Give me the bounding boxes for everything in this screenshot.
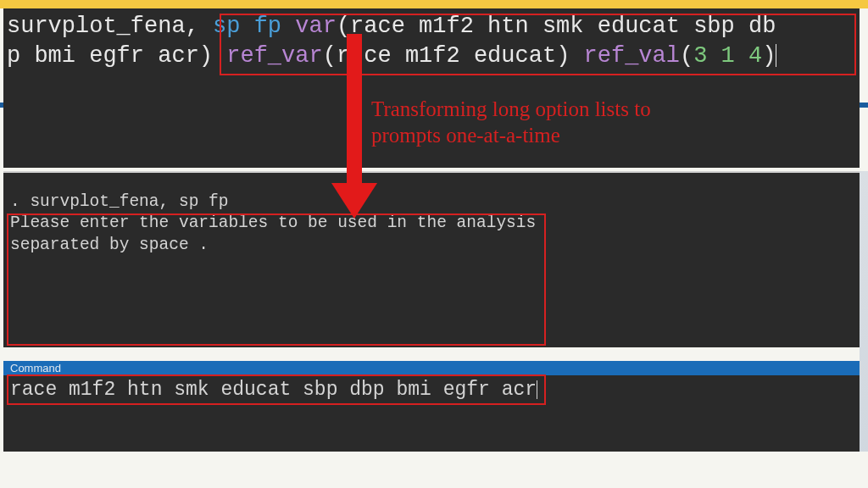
refval-close: ) <box>762 43 776 69</box>
code-panel-top: survplot_fena, sp fp var(race m1f2 htn s… <box>3 8 860 168</box>
input-value: race m1f2 htn smk educat sbp dbp bmi egf… <box>10 379 537 401</box>
annotation-line2: prompts one-at-a-time <box>371 122 651 148</box>
arrow-down-icon <box>331 34 377 219</box>
refvar-keyword: ref_var <box>226 43 322 69</box>
slide-rule-right <box>860 103 868 108</box>
message-line-2: separated by space . <box>3 235 860 256</box>
code-line-2: p bmi egfr acr) ref_var(r ce m1f2 educat… <box>7 42 856 71</box>
option-fp: fp <box>254 14 281 39</box>
message-line-1: Please enter the variables to be used in… <box>3 213 860 234</box>
cursor-icon <box>776 44 776 67</box>
refvar-close: ) <box>556 43 570 69</box>
var-args-line1: race m1f2 htn smk educat sbp db <box>350 14 776 39</box>
code-line-1: survplot_fena, sp fp var(race m1f2 htn s… <box>7 12 856 42</box>
command-input-panel[interactable]: race m1f2 htn smk educat sbp dbp bmi egf… <box>3 375 860 452</box>
slide-top-accent <box>0 0 868 8</box>
var-keyword: var <box>295 14 337 39</box>
output-panel: . survplot_fena, sp fp Please enter the … <box>3 171 860 347</box>
refval-args: 3 1 4 <box>693 43 762 69</box>
refval-keyword: ref_val <box>584 43 680 69</box>
command-input-text[interactable]: race m1f2 htn smk educat sbp dbp bmi egf… <box>3 375 860 404</box>
annotation-line1: Transforming long option lists to <box>371 96 651 122</box>
paren-close: ) <box>199 43 213 69</box>
background-decoration <box>860 171 868 452</box>
refval-open: ( <box>680 43 693 69</box>
command-name: survplot_fena, <box>7 14 199 39</box>
option-sp: sp <box>213 14 240 39</box>
input-cursor-icon <box>537 380 537 399</box>
svg-rect-0 <box>347 34 362 188</box>
var-args-line2: p bmi egfr acr <box>7 43 199 69</box>
annotation-text: Transforming long option lists to prompt… <box>371 96 651 149</box>
command-bar-label: Command <box>3 361 860 375</box>
prompt-line: . survplot_fena, sp fp <box>3 191 860 213</box>
svg-marker-1 <box>331 183 377 219</box>
